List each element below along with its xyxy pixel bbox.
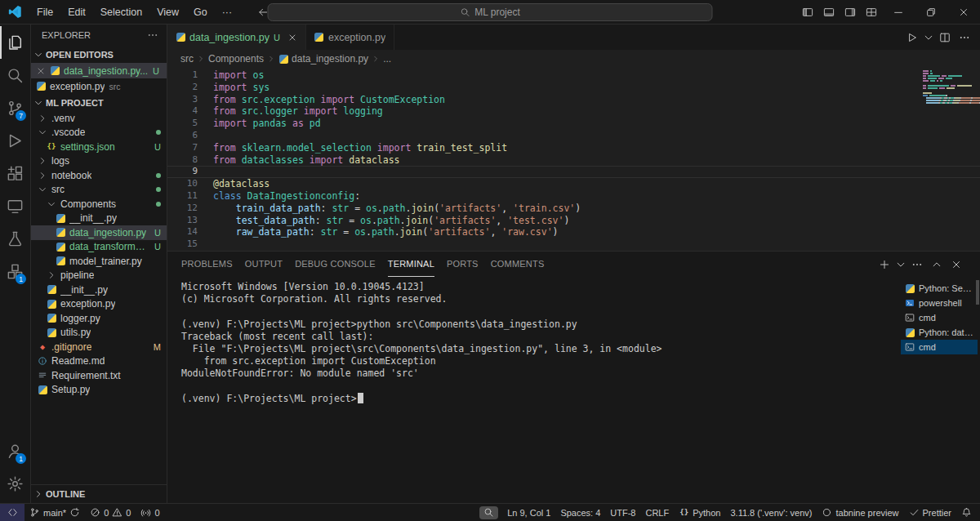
run-button[interactable] [903,29,921,47]
run-dropdown-button[interactable] [923,29,934,47]
tab-data-ingestion-py[interactable]: data_ingestion.pyU [167,24,306,50]
toggle-panel-button[interactable] [818,2,840,22]
status-label: CRLF [645,508,669,518]
breadcrumb-item-item[interactable]: ... [383,53,391,65]
window-restore-button[interactable] [915,0,947,24]
status-zoom[interactable] [479,506,498,519]
activity-explorer[interactable] [0,26,30,59]
close-icon[interactable] [287,33,297,42]
breadcrumb-item-src[interactable]: src [180,53,194,65]
terminal-session-cmd[interactable]: cmd [901,340,978,354]
activity-addons[interactable]: 1 [0,255,30,287]
terminal-dropdown-button[interactable] [895,256,906,274]
open-editors-header[interactable]: OPEN EDITORS [31,46,167,63]
tab-exception-py[interactable]: exception.py [306,24,394,50]
activity-source-control[interactable]: 7 [0,91,30,124]
tree-item-src[interactable]: src [31,183,167,198]
tree-item-readme-md[interactable]: Readme.md [31,354,167,369]
status-problems[interactable]: 00 [85,504,136,521]
tree-item-settings-json[interactable]: {}settings.jsonU [31,140,167,154]
close-icon[interactable] [36,66,46,76]
more-actions-button[interactable] [956,29,973,47]
new-terminal-button[interactable] [875,256,893,274]
row-decorations: U [154,228,163,238]
terminal-output[interactable]: Microsoft Windows [Version 10.0.19045.41… [167,277,901,503]
tree-item-pipeline[interactable]: pipeline [31,269,167,283]
more-actions-button[interactable] [908,256,926,274]
status-eol[interactable]: CRLF [640,504,674,521]
status-tabnine[interactable]: tabnine preview [817,504,903,521]
activity-remote-explorer[interactable] [0,189,30,222]
panel-tab-output[interactable]: OUTPUT [245,252,283,277]
activity-search[interactable] [0,59,30,91]
tree-item-setup-py[interactable]: Setup.py [31,383,167,398]
tree-item-model-trainer-py[interactable]: model_trainer.py [31,254,167,269]
tree-item-logger-py[interactable]: logger.py [31,311,167,326]
project-header[interactable]: ML PROJECT [31,94,167,111]
close-panel-button[interactable] [947,256,965,274]
tree-item-data-ingestion-py[interactable]: data_ingestion.pyU [31,225,167,240]
split-editor-button[interactable] [936,29,954,47]
terminal-list-scrollbar[interactable] [976,280,979,305]
toggle-primary-sidebar-button[interactable] [797,2,818,22]
status-branch[interactable]: main* [24,504,85,521]
menu-selection[interactable]: Selection [93,2,149,22]
more-actions-icon[interactable] [147,29,158,41]
terminal-session-python-setup[interactable]: Python: Setup [901,281,978,296]
status-ports[interactable]: 0 [136,504,164,521]
panel-tab-problems[interactable]: PROBLEMS [181,252,233,277]
tree-item-requirement-txt[interactable]: Requirement.txt [31,368,167,383]
terminal-session-powershell[interactable]: powershell [901,296,978,310]
status-indentation[interactable]: Spaces: 4 [555,504,605,521]
menu-more[interactable]: ··· [215,2,240,22]
status-python-interpreter[interactable]: 3.11.8 ('.venv': venv) [725,504,817,521]
activity-extensions[interactable] [0,157,30,189]
open-editor-data-ingestion-py[interactable]: data_ingestion.py...U [31,63,167,78]
activity-run-and-debug[interactable] [0,124,30,157]
tree-item-venv[interactable]: .venv [31,111,167,126]
status-language-mode[interactable]: {}Python [674,504,725,521]
panel-tab-comments[interactable]: COMMENTS [491,252,545,277]
tree-item-exception-py[interactable]: exception.py [31,297,167,312]
customize-layout-button[interactable] [861,2,882,22]
activity-badge: 7 [16,110,26,121]
menu-go[interactable]: Go [186,2,215,22]
command-center[interactable]: ML project [268,3,713,21]
tree-item-notebook[interactable]: notebook [31,168,167,183]
menu-edit[interactable]: Edit [60,2,93,22]
maximize-panel-button[interactable] [928,256,946,274]
status-prettier[interactable]: Prettier [904,504,956,521]
activity-settings[interactable] [0,467,30,500]
status-cursor-position[interactable]: Ln 9, Col 1 [502,504,555,521]
terminal-session-cmd[interactable]: cmd [901,310,978,325]
activity-testing[interactable] [0,222,30,255]
panel-tab-debug-console[interactable]: DEBUG CONSOLE [295,252,376,277]
menu-file[interactable]: File [29,2,60,22]
open-editor-exception-py[interactable]: exception.pysrc [31,78,167,94]
tree-item-data-transformation-py[interactable]: data_transformation.pyU [31,240,167,255]
window-minimize-button[interactable] [882,0,915,24]
tree-item-logs[interactable]: logs [31,154,167,169]
window-close-button[interactable] [947,0,980,24]
status-remote[interactable] [0,504,24,521]
code-line-8: 8from dataclasses import dataclass [167,154,980,167]
panel-tab-terminal[interactable]: TERMINAL [388,252,434,277]
panel-tab-ports[interactable]: PORTS [447,252,479,277]
status-encoding[interactable]: UTF-8 [605,504,640,521]
tree-item-utils-py[interactable]: utils.py [31,326,167,341]
tree-item-init-py[interactable]: __init__.py [31,283,167,297]
tree-item-vscode[interactable]: .vscode [31,126,167,140]
outline-header[interactable]: OUTLINE [31,484,167,503]
tree-item-init-py[interactable]: __init__.py [31,212,167,226]
activity-accounts[interactable]: 1 [0,434,30,467]
tree-item-components[interactable]: Components [31,197,167,212]
toggle-secondary-sidebar-button[interactable] [840,2,861,22]
terminal-session-python-data[interactable]: Python: data... [901,325,978,340]
status-notifications[interactable] [956,504,977,521]
minimap[interactable] [923,70,973,107]
menu-view[interactable]: View [149,2,186,22]
breadcrumb-item-components[interactable]: Components [208,53,264,65]
code-editor[interactable]: 1import os2import sys3from src.exception… [167,68,980,251]
tree-item-gitignore[interactable]: ◆.gitignoreM [31,340,167,354]
breadcrumb-item-data-ingestion-py[interactable]: data_ingestion.py [278,53,368,65]
